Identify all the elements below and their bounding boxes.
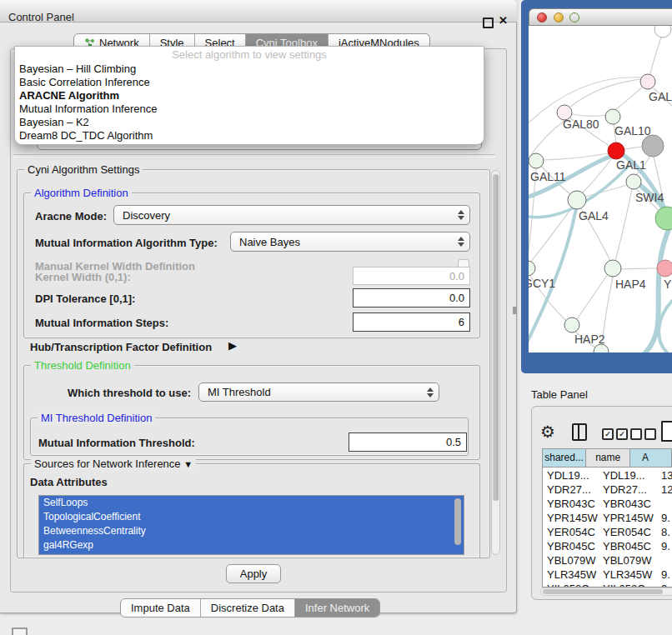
- table-row[interactable]: YLR345W YLR345W 9.: [543, 568, 672, 582]
- dropdown-item-selected[interactable]: ARACNE Algorithm: [15, 89, 484, 102]
- table-row[interactable]: YBR045C YBR045C 9.: [543, 540, 672, 554]
- stepper-icon: [458, 237, 464, 247]
- tab-discretize-data[interactable]: Discretize Data: [200, 599, 294, 617]
- scrollbar-thumb[interactable]: [493, 174, 499, 501]
- table-row[interactable]: YER054C YER054C 8.: [543, 526, 672, 540]
- list-item[interactable]: SelfLoops: [39, 496, 464, 510]
- deselect-all-checks-icon[interactable]: [630, 428, 656, 440]
- svg-text:GCY1: GCY1: [529, 277, 555, 290]
- mi-threshold-field[interactable]: 0.5: [349, 432, 467, 452]
- collapse-arrow-icon[interactable]: ▼: [183, 459, 193, 469]
- algorithm-dropdown-popup: Select algorithm to view settings Bayesi…: [14, 46, 484, 145]
- hub-definition-label[interactable]: Hub/Transcription Factor Definition: [30, 341, 212, 353]
- dropdown-item[interactable]: Bayesian – K2: [15, 116, 484, 129]
- stepper-icon: [427, 388, 434, 398]
- svg-text:GAL11: GAL11: [530, 170, 566, 183]
- mi-steps-label: Mutual Information Steps:: [35, 317, 168, 329]
- expand-arrow-icon[interactable]: ▶: [228, 339, 237, 352]
- dropdown-item[interactable]: Dream8 DC_TDC Algorithm: [15, 129, 484, 142]
- tab-infer-network[interactable]: Infer Network: [294, 599, 379, 617]
- kernel-width-label: Kernel Width (0,1):: [35, 271, 131, 283]
- svg-text:GAL10: GAL10: [614, 124, 651, 138]
- settings-scrollbar[interactable]: [491, 170, 500, 555]
- minimize-traffic-icon[interactable]: [554, 12, 564, 22]
- node-table[interactable]: shared... name A YDL19... YDL19... 13 YD…: [542, 448, 672, 588]
- svg-text:GAL80: GAL80: [563, 118, 599, 131]
- group-title: Sources for Network Inference ▼: [31, 458, 196, 470]
- which-threshold-label: Which threshold to use:: [68, 387, 191, 399]
- column-header-partial[interactable]: A: [630, 449, 672, 468]
- dropdown-item[interactable]: Basic Correlation Inference: [15, 76, 484, 89]
- kernel-width-field[interactable]: 0.0: [353, 267, 470, 285]
- column-header-shared-name[interactable]: shared...: [543, 449, 586, 468]
- select-all-checks-icon[interactable]: ✓✓: [602, 428, 628, 440]
- network-window-titlebar[interactable]: [529, 8, 672, 26]
- svg-text:GAL4: GAL4: [579, 209, 609, 222]
- group-title: Cyni Algorithm Settings: [24, 163, 143, 176]
- svg-text:HAP4: HAP4: [615, 278, 646, 291]
- apply-button[interactable]: Apply: [226, 564, 281, 583]
- columns-icon[interactable]: [572, 423, 587, 441]
- network-canvas[interactable]: GAL GAL80 GAL10 GAL1 GAL11 SWI4 GAL4 GCY…: [529, 26, 672, 352]
- close-traffic-icon[interactable]: [537, 12, 547, 22]
- section-divider: [13, 154, 495, 158]
- table-row[interactable]: YDR27... YDR27... 12: [543, 483, 672, 498]
- stepper-icon: [458, 210, 464, 220]
- data-attributes-list[interactable]: SelfLoops TopologicalCoefficient Between…: [38, 495, 464, 555]
- group-title: Algorithm Definition: [31, 187, 132, 199]
- dropdown-placeholder: Select algorithm to view settings: [15, 47, 484, 62]
- minimized-panel-icon[interactable]: [12, 628, 28, 635]
- aracne-mode-combo[interactable]: Discovery: [113, 205, 470, 225]
- gear-icon[interactable]: ⚙: [540, 422, 555, 442]
- dpi-tolerance-field[interactable]: 0.0: [353, 288, 470, 308]
- svg-text:GAL: GAL: [649, 90, 672, 103]
- control-panel-title: Control Panel: [8, 11, 74, 23]
- mi-steps-field[interactable]: 6: [353, 312, 470, 332]
- list-item[interactable]: gal4RGexp: [39, 538, 464, 552]
- which-threshold-combo[interactable]: MI Threshold: [198, 382, 439, 402]
- tab-impute-data[interactable]: Impute Data: [121, 599, 200, 617]
- mi-threshold-label: Mutual Information Threshold:: [38, 437, 195, 449]
- table-hscrollbar[interactable]: [540, 588, 672, 596]
- float-window-icon[interactable]: [483, 18, 494, 28]
- table-row[interactable]: YDL19... YDL19... 13: [543, 469, 672, 483]
- table-panel-title: Table Panel: [531, 388, 588, 401]
- new-table-icon[interactable]: [661, 421, 672, 442]
- table-row[interactable]: YBR043C YBR043C: [543, 498, 672, 512]
- column-header-name[interactable]: name: [586, 449, 630, 468]
- svg-text:HAP2: HAP2: [574, 332, 605, 346]
- table-row[interactable]: YPR145W YPR145W 9.: [543, 512, 672, 526]
- hscrollbar-thumb[interactable]: [543, 589, 663, 594]
- svg-text:GAL1: GAL1: [616, 158, 646, 172]
- list-scrollbar-thumb[interactable]: [454, 498, 461, 545]
- svg-text:SWI4: SWI4: [635, 191, 664, 204]
- data-attributes-label: Data Attributes: [30, 476, 108, 488]
- table-header-row: shared... name A: [543, 449, 672, 468]
- dropdown-item[interactable]: Mutual Information Inference: [15, 102, 484, 116]
- svg-text:Y: Y: [664, 278, 672, 291]
- bottom-tabbar: Impute Data Discretize Data Infer Networ…: [120, 598, 380, 618]
- app-screen: Control Panel ✕ Network Style Select Cyn…: [0, 0, 672, 635]
- list-item[interactable]: TopologicalCoefficient: [39, 510, 464, 524]
- group-title: MI Threshold Definition: [38, 412, 155, 424]
- mi-type-label: Mutual Information Algorithm Type:: [35, 237, 218, 249]
- list-item-partial[interactable]: [39, 552, 464, 555]
- list-item[interactable]: BetweennessCentrality: [39, 524, 464, 538]
- graph-node-labels: GAL GAL80 GAL10 GAL1 GAL11 SWI4 GAL4 GCY…: [529, 90, 672, 346]
- network-graph: GAL GAL80 GAL10 GAL1 GAL11 SWI4 GAL4 GCY…: [529, 26, 672, 352]
- dpi-tolerance-label: DPI Tolerance [0,1]:: [35, 292, 135, 305]
- table-row[interactable]: YBL079W YBL079W: [543, 554, 672, 568]
- mi-type-combo[interactable]: Naive Bayes: [230, 232, 470, 252]
- aracne-mode-label: Aracne Mode:: [35, 210, 107, 222]
- dropdown-item[interactable]: Bayesian – Hill Climbing: [15, 62, 484, 76]
- close-icon[interactable]: ✕: [499, 14, 508, 27]
- control-panel-titlebar[interactable]: [0, 0, 517, 22]
- zoom-traffic-icon[interactable]: [569, 12, 579, 22]
- panel-resize-handle[interactable]: [513, 307, 517, 314]
- group-title: Threshold Definition: [31, 359, 134, 372]
